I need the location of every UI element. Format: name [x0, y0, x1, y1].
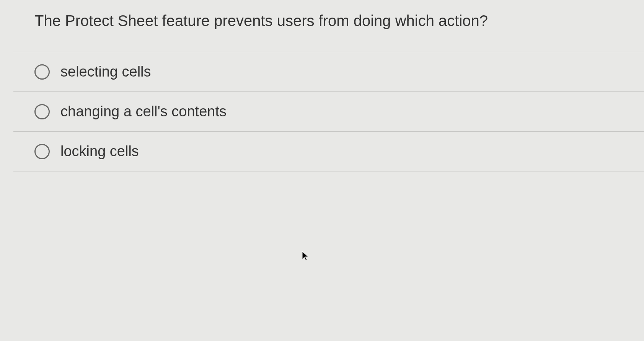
option-row-3[interactable]: locking cells [13, 132, 644, 171]
question-text: The Protect Sheet feature prevents users… [34, 11, 623, 31]
question-row: The Protect Sheet feature prevents users… [13, 0, 644, 52]
option-row-2[interactable]: changing a cell's contents [13, 92, 644, 132]
option-label-2: changing a cell's contents [60, 103, 227, 120]
radio-icon[interactable] [34, 144, 50, 159]
radio-icon[interactable] [34, 64, 50, 80]
quiz-container: The Protect Sheet feature prevents users… [13, 0, 644, 171]
option-label-1: selecting cells [60, 64, 151, 80]
radio-icon[interactable] [34, 104, 50, 119]
cursor-icon [302, 251, 311, 263]
option-row-1[interactable]: selecting cells [13, 52, 644, 92]
option-label-3: locking cells [60, 143, 139, 160]
